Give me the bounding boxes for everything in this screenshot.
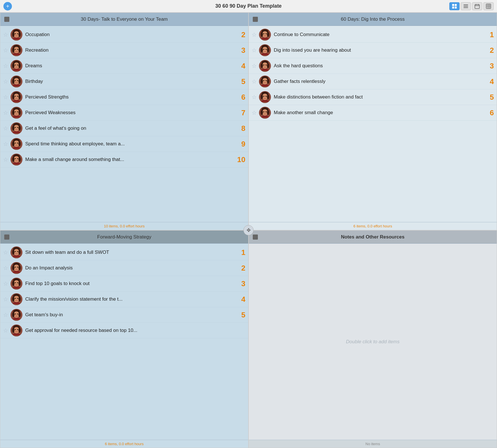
quadrant-60days-title: 60 Days: Dig Into the Process bbox=[258, 16, 488, 22]
item-number: 4 bbox=[236, 62, 245, 70]
svg-point-76 bbox=[18, 141, 21, 146]
avatar bbox=[10, 29, 22, 41]
svg-point-60 bbox=[18, 110, 21, 115]
item-number: 4 bbox=[236, 295, 245, 304]
item-number: 3 bbox=[485, 62, 494, 70]
list-item[interactable]: ☆ Percieved Strengths6 bbox=[0, 89, 248, 105]
list-item[interactable]: ☆ Make another small change6 bbox=[249, 105, 497, 121]
add-button[interactable]: + bbox=[3, 2, 12, 11]
star-icon[interactable]: ☆ bbox=[3, 156, 8, 163]
star-icon[interactable]: ☆ bbox=[3, 249, 8, 256]
svg-rect-2 bbox=[452, 7, 454, 9]
star-icon[interactable]: ☆ bbox=[3, 78, 8, 85]
svg-point-156 bbox=[18, 281, 21, 286]
list-item[interactable]: ☆ Make distinctions between fiction and … bbox=[249, 89, 497, 105]
item-text: Ask the hard questions bbox=[274, 63, 482, 69]
list-view-button[interactable] bbox=[461, 2, 471, 10]
table-icon bbox=[486, 4, 491, 9]
list-item[interactable]: ☆ Get team's buy-in5 bbox=[0, 307, 248, 323]
list-item[interactable]: ☆ Find top 10 goals to knock out3 bbox=[0, 276, 248, 292]
svg-point-157 bbox=[15, 282, 16, 283]
avatar bbox=[10, 107, 22, 119]
svg-rect-4 bbox=[464, 5, 468, 5]
star-icon[interactable]: ☆ bbox=[3, 280, 8, 287]
svg-point-123 bbox=[261, 94, 263, 99]
quadrant-notes-list[interactable]: Double click to add items bbox=[249, 244, 497, 440]
svg-point-45 bbox=[15, 80, 16, 81]
star-icon[interactable]: ☆ bbox=[3, 296, 8, 303]
list-item[interactable]: ☆ Get approval for needed resource based… bbox=[0, 323, 248, 338]
svg-point-93 bbox=[263, 33, 264, 34]
list-item[interactable]: ☆ Dig into issed you are hearing about2 bbox=[249, 43, 497, 58]
star-icon[interactable]: ☆ bbox=[3, 109, 8, 116]
svg-point-43 bbox=[12, 79, 14, 84]
calendar-view-button[interactable] bbox=[472, 2, 482, 10]
star-icon[interactable]: ☆ bbox=[3, 141, 8, 147]
star-icon[interactable]: ☆ bbox=[3, 31, 8, 38]
main-grid: 30 Days- Talk to Everyone on Your Team ☆… bbox=[0, 12, 497, 448]
list-item[interactable]: ☆ Sit down with team and do a full SWOT1 bbox=[0, 245, 248, 260]
star-icon[interactable]: ☆ bbox=[252, 78, 257, 85]
svg-point-51 bbox=[12, 94, 14, 99]
quadrant-60days-footer: 6 items, 0.0 effort hours bbox=[249, 222, 497, 230]
table-view-button[interactable] bbox=[483, 2, 494, 10]
star-icon[interactable]: ☆ bbox=[3, 327, 8, 334]
svg-point-108 bbox=[267, 63, 269, 68]
avatar bbox=[259, 91, 271, 103]
quadrant-strategy-footer: 6 items, 0.0 effort hours bbox=[0, 440, 248, 448]
list-item[interactable]: ☆ Recreation3 bbox=[0, 43, 248, 58]
star-icon[interactable]: ☆ bbox=[252, 31, 257, 38]
item-number: 9 bbox=[236, 140, 245, 148]
svg-point-180 bbox=[18, 328, 21, 333]
list-item[interactable]: ☆ Continue to Communicate1 bbox=[249, 27, 497, 43]
item-text: Find top 10 goals to knock out bbox=[25, 281, 233, 286]
list-item[interactable]: ☆ Birthday5 bbox=[0, 74, 248, 89]
star-icon[interactable]: ☆ bbox=[252, 47, 257, 54]
star-icon[interactable]: ☆ bbox=[3, 94, 8, 101]
svg-point-109 bbox=[263, 64, 264, 66]
svg-point-94 bbox=[266, 33, 267, 34]
quadrant-30days-footer: 10 items, 0.0 effort hours bbox=[0, 222, 248, 230]
avatar bbox=[10, 262, 22, 274]
svg-point-70 bbox=[17, 127, 18, 128]
list-item[interactable]: ☆ Clarify the mission/vision statement f… bbox=[0, 292, 248, 307]
star-icon[interactable]: ☆ bbox=[3, 265, 8, 271]
list-item[interactable]: ☆ Percieved Weaknesses7 bbox=[0, 105, 248, 121]
item-number: 3 bbox=[236, 46, 245, 55]
svg-point-83 bbox=[12, 157, 14, 162]
grid-view-button[interactable] bbox=[449, 2, 460, 10]
star-icon[interactable]: ☆ bbox=[252, 62, 257, 69]
avatar bbox=[10, 91, 22, 103]
quadrant-30days-title: 30 Days- Talk to Everyone on Your Team bbox=[9, 16, 239, 22]
star-icon[interactable]: ☆ bbox=[3, 125, 8, 132]
svg-point-171 bbox=[12, 312, 14, 317]
grid-drag-handle[interactable]: ✥ bbox=[243, 225, 254, 235]
quadrant-strategy-list: ☆ Sit down with team and do a full SWOT1… bbox=[0, 244, 248, 440]
page-title: 30 60 90 Day Plan Template bbox=[215, 3, 282, 9]
star-icon[interactable]: ☆ bbox=[252, 109, 257, 116]
list-item[interactable]: ☆ Make a small change around something t… bbox=[0, 152, 248, 168]
list-item[interactable]: ☆ Dreams4 bbox=[0, 58, 248, 74]
avatar bbox=[10, 76, 22, 87]
star-icon[interactable]: ☆ bbox=[3, 62, 8, 69]
list-item[interactable]: ☆ Get a feel of what's going on8 bbox=[0, 121, 248, 136]
svg-point-85 bbox=[15, 158, 16, 159]
svg-point-150 bbox=[17, 267, 18, 268]
header-square-q4 bbox=[253, 235, 258, 240]
svg-point-149 bbox=[15, 267, 16, 268]
list-item[interactable]: ☆ Gather facts relentlessly4 bbox=[249, 74, 497, 89]
star-icon[interactable]: ☆ bbox=[252, 94, 257, 101]
list-item[interactable]: ☆ Occupation2 bbox=[0, 27, 248, 43]
item-number: 2 bbox=[236, 264, 245, 273]
header-square-q1 bbox=[4, 17, 9, 22]
svg-point-155 bbox=[12, 281, 14, 286]
svg-point-75 bbox=[12, 141, 14, 146]
list-item[interactable]: ☆ Ask the hard questions3 bbox=[249, 58, 497, 74]
star-icon[interactable]: ☆ bbox=[3, 47, 8, 54]
list-item[interactable]: ☆ Spend time thinking about employee, te… bbox=[0, 136, 248, 152]
item-number: 1 bbox=[485, 30, 494, 39]
svg-point-86 bbox=[17, 158, 18, 159]
list-item[interactable]: ☆ Do an Impact analysis2 bbox=[0, 260, 248, 276]
star-icon[interactable]: ☆ bbox=[3, 311, 8, 318]
svg-point-139 bbox=[12, 250, 14, 255]
